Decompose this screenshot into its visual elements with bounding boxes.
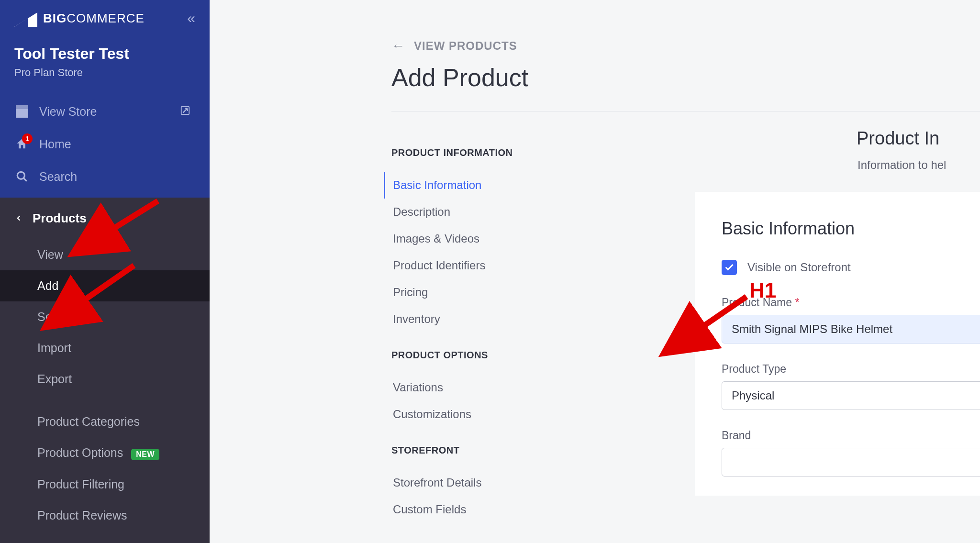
- brand-name-suffix: COMMERCE: [67, 11, 145, 25]
- sidebar-item-export[interactable]: Export: [0, 364, 210, 395]
- collapse-sidebar-icon[interactable]: «: [187, 11, 195, 25]
- section-nav-header-product-options: PRODUCT OPTIONS: [391, 350, 545, 361]
- sidebar-item-product-filtering[interactable]: Product Filtering: [0, 469, 210, 500]
- field-product-type: Product Type Physical: [722, 363, 980, 410]
- logo-row: BIGCOMMERCE «: [14, 10, 195, 27]
- section-nav-description[interactable]: Description: [384, 199, 545, 225]
- sidebar-item-product-categories[interactable]: Product Categories: [0, 406, 210, 437]
- required-icon: *: [795, 296, 799, 309]
- field-product-name: Product Name *: [722, 296, 980, 344]
- main: ← VIEW PRODUCTS Add Product PRODUCT INFO…: [210, 0, 980, 543]
- nav-view-store-label: View Store: [39, 105, 97, 119]
- product-type-select[interactable]: Physical: [722, 381, 980, 410]
- new-badge: NEW: [131, 449, 159, 460]
- checkmark-icon: [725, 263, 734, 271]
- nav-home-label: Home: [39, 137, 71, 151]
- breadcrumb-label: VIEW PRODUCTS: [414, 39, 517, 53]
- breadcrumb[interactable]: ← VIEW PRODUCTS: [391, 0, 980, 54]
- sidebar-dark: Products View Add Search Import Export P…: [0, 198, 210, 543]
- sidebar-item-product-options[interactable]: Product Options NEW: [0, 437, 210, 469]
- product-type-label: Product Type: [722, 363, 980, 376]
- sidebar-item-product-reviews[interactable]: Product Reviews: [0, 500, 210, 531]
- store-plan: Pro Plan Store: [14, 66, 195, 79]
- sidebar-item-search[interactable]: Search: [0, 301, 210, 332]
- brand-label: Brand: [722, 429, 980, 442]
- section-nav: PRODUCT INFORMATION Basic Information De…: [391, 130, 545, 523]
- home-badge: 1: [22, 133, 33, 144]
- section-nav-pricing[interactable]: Pricing: [384, 279, 545, 306]
- right-subtitle: Information to hel: [858, 158, 980, 172]
- sidebar-section-products-label: Products: [33, 211, 87, 226]
- nav-view-store[interactable]: View Store: [14, 95, 195, 128]
- external-link-icon: [180, 105, 190, 119]
- store-name: Tool Tester Test: [14, 45, 195, 63]
- logo-mark-icon: [14, 10, 40, 27]
- divider: [391, 111, 980, 111]
- visible-on-storefront-label: Visible on Storefront: [747, 261, 851, 274]
- brand-name-prefix: BIG: [43, 11, 67, 25]
- right-column: Product In Information to hel Basic Info…: [858, 128, 980, 496]
- product-type-value: Physical: [732, 389, 774, 402]
- svg-point-1: [17, 172, 24, 179]
- sidebar-item-add[interactable]: Add: [0, 270, 210, 301]
- store-block: Tool Tester Test Pro Plan Store: [14, 45, 195, 79]
- store-icon: [14, 104, 30, 119]
- product-name-input[interactable]: [722, 315, 980, 344]
- search-icon: [14, 169, 30, 184]
- basic-info-card: Basic Information Visible on Storefront …: [695, 192, 980, 496]
- section-nav-images-videos[interactable]: Images & Videos: [384, 225, 545, 252]
- sidebar-item-import[interactable]: Import: [0, 332, 210, 364]
- chevron-left-icon: [14, 211, 23, 226]
- section-nav-custom-fields[interactable]: Custom Fields: [384, 496, 545, 523]
- field-brand: Brand: [722, 429, 980, 477]
- nav-home[interactable]: 1 Home: [14, 128, 195, 160]
- sidebar-top: BIGCOMMERCE « Tool Tester Test Pro Plan …: [0, 0, 210, 198]
- nav-search-label: Search: [39, 170, 77, 184]
- section-nav-variations[interactable]: Variations: [384, 374, 545, 401]
- brand-select[interactable]: [722, 448, 980, 477]
- right-title: Product In: [857, 128, 980, 149]
- visible-on-storefront-checkbox[interactable]: [722, 260, 737, 275]
- home-icon: 1: [14, 136, 30, 152]
- section-nav-inventory[interactable]: Inventory: [384, 306, 545, 332]
- card-title: Basic Information: [722, 219, 980, 239]
- section-nav-product-identifiers[interactable]: Product Identifiers: [384, 252, 545, 279]
- section-nav-basic-information[interactable]: Basic Information: [384, 172, 545, 199]
- section-nav-customizations[interactable]: Customizations: [384, 401, 545, 428]
- brand-logo[interactable]: BIGCOMMERCE: [14, 10, 145, 27]
- section-nav-header-product-info: PRODUCT INFORMATION: [391, 147, 545, 158]
- sidebar-section-products[interactable]: Products: [0, 198, 210, 239]
- nav-search[interactable]: Search: [14, 160, 195, 193]
- section-nav-header-storefront: STOREFRONT: [391, 445, 545, 456]
- page-title: Add Product: [391, 63, 980, 111]
- arrow-left-icon: ←: [391, 38, 405, 54]
- sidebar-item-view[interactable]: View: [0, 239, 210, 270]
- sidebar: BIGCOMMERCE « Tool Tester Test Pro Plan …: [0, 0, 210, 543]
- annotation-h1-label: H1: [749, 278, 776, 302]
- visible-on-storefront-row: Visible on Storefront: [722, 260, 980, 275]
- section-nav-storefront-details[interactable]: Storefront Details: [384, 469, 545, 496]
